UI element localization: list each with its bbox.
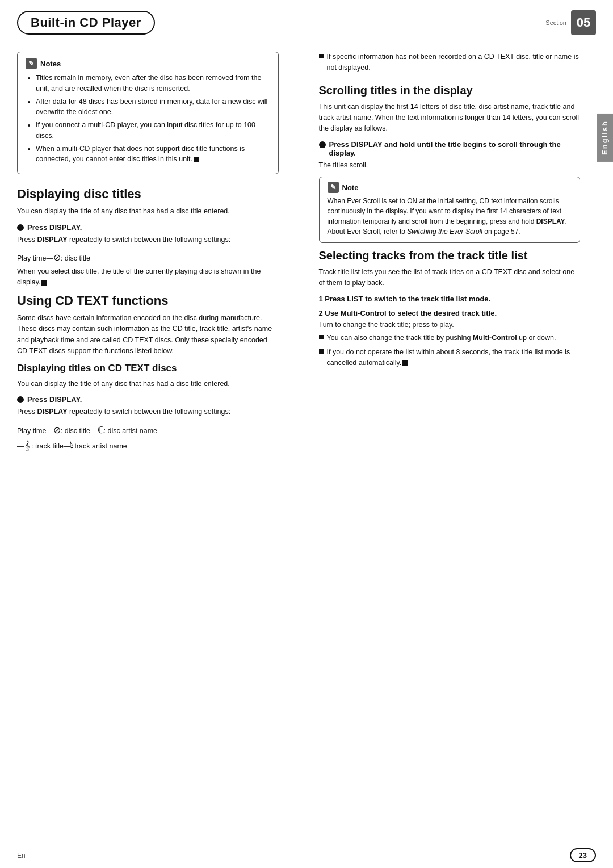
list-item: When a multi-CD player that does not sup… [36,144,270,165]
section-box: Section 05 [545,10,596,35]
right-column: If specific information has not been rec… [319,52,597,454]
section4-step-label: Press DISPLAY and hold until the title b… [329,140,581,157]
section5-step2-text: Turn to change the track title; press to… [319,320,581,330]
page: Built-in CD Player Section 05 English ✎ … [0,0,613,868]
notes-label: Notes [40,60,61,68]
section4-step-text: The titles scroll. [319,160,581,171]
section4-title: Scrolling titles in the display [319,83,581,97]
stop-icon2 [402,360,408,366]
note-label: Note [342,183,359,192]
play-time-line1: Play time—⊘: disc title [17,251,279,265]
stop-icon [194,157,199,162]
note-text: When Ever Scroll is set to ON at the ini… [328,196,572,237]
cd-icon3: ℂ [98,425,104,435]
note-icon-img: ✎ [328,182,339,193]
display-bold: DISPLAY [37,236,67,244]
right-top-text: If specific information has not been rec… [319,52,581,73]
section-number: 05 [571,10,596,35]
note-icon2: 𝄞 [24,441,30,450]
bullet-icon [17,224,24,231]
section4-step-heading: Press DISPLAY and hold until the title b… [319,140,581,157]
notes-box: ✎ Notes Titles remain in memory, even af… [17,52,279,174]
section5-bullet2-text: If you do not operate the list within ab… [327,347,581,368]
stop-icon [41,280,47,286]
display-bold2: DISPLAY [37,408,67,416]
page-footer: En 23 [0,842,613,868]
ever-scroll-ref: Switching the Ever Scroll [407,228,482,236]
section5-intro: Track title list lets you see the list o… [319,267,581,289]
section3-intro: You can display the title of any disc th… [17,379,279,389]
section1-step-heading: Press DISPLAY. [17,223,279,232]
language-tab: English [597,114,613,162]
list-item: If you connect a multi-CD player, you ca… [36,120,270,141]
footer-page: 23 [570,848,596,862]
section1-title: Displaying disc titles [17,187,279,202]
left-column: ✎ Notes Titles remain in memory, even af… [17,52,279,454]
section3-step-label: Press DISPLAY. [27,395,82,404]
section5-bullet2: If you do not operate the list within ab… [319,347,581,368]
notes-list: Titles remain in memory, even after the … [26,73,270,165]
section4-intro: This unit can display the first 14 lette… [319,102,581,135]
section5-title: Selecting tracks from the track title li… [319,249,581,262]
square-bullet-icon [319,54,324,58]
notes-header: ✎ Notes [26,58,270,69]
play-time-line4: —𝄞 : track title—𝅘𝅥𝅮: track artist name [17,439,279,452]
section1-step-text: Press DISPLAY repeatedly to switch betwe… [17,234,279,245]
footer-lang: En [17,852,26,859]
column-divider [299,52,299,454]
section3-step-text: Press DISPLAY repeatedly to switch betwe… [17,406,279,417]
section1-step-label: Press DISPLAY. [27,223,82,232]
section-label: Section [545,19,566,26]
section5-bullet1: You can also change the track title by p… [319,333,581,343]
right-top-bullet: If specific information has not been rec… [319,52,581,73]
section1-intro: You can display the title of any disc th… [17,206,279,217]
square-bullet-icon3 [319,349,324,354]
section3-title: Displaying titles on CD TEXT discs [17,363,279,374]
bullet-icon [17,396,24,403]
notes-icon: ✎ [26,58,37,69]
note-header: ✎ Note [328,182,572,193]
cd-icon: ⊘ [53,253,61,262]
note-box: ✎ Note When Ever Scroll is set to ON at … [319,177,581,243]
bullet-icon [319,141,326,148]
section2-title: Using CD TEXT functions [17,293,279,308]
section5-step1: 1 Press LIST to switch to the track titl… [319,295,581,303]
square-bullet-icon2 [319,335,324,339]
main-content: ✎ Notes Titles remain in memory, even af… [0,41,613,471]
section2-intro: Some discs have certain information enco… [17,313,279,357]
page-title: Built-in CD Player [17,11,155,35]
section3-step-heading: Press DISPLAY. [17,395,279,404]
list-item: After data for 48 discs has been stored … [36,97,270,118]
section5-step2: 2 Use Multi-Control to select the desire… [319,309,581,317]
play-time-line3: Play time—⊘: disc title—ℂ: disc artist n… [17,423,279,437]
play-time-line2: When you select disc title, the title of… [17,266,279,288]
list-item: Titles remain in memory, even after the … [36,73,270,94]
page-header: Built-in CD Player Section 05 [0,0,613,41]
display-bold3: DISPLAY [536,217,565,225]
section5-bullet1-text: You can also change the track title by p… [327,333,556,343]
cd-icon2: ⊘ [53,425,61,435]
